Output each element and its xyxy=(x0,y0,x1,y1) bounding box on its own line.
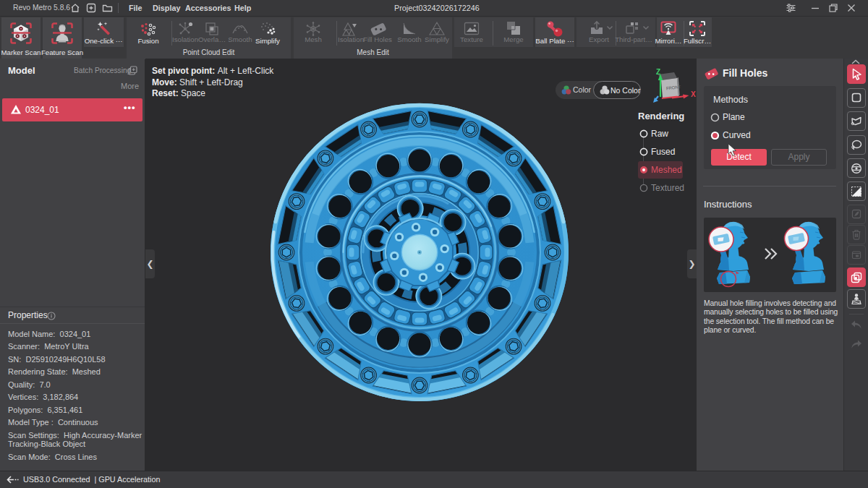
svg-text:X: X xyxy=(691,90,696,98)
